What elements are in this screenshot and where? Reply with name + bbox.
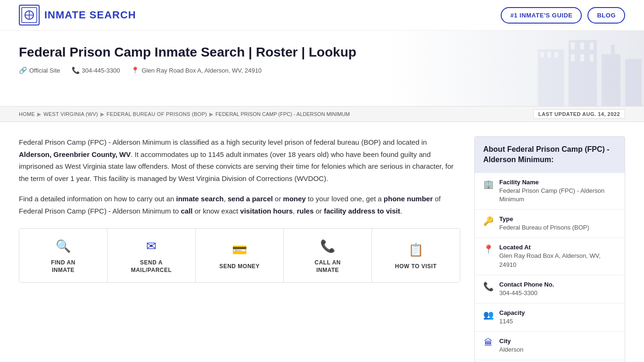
svg-rect-5 xyxy=(569,40,597,106)
type-label: Type xyxy=(499,215,589,222)
located-at-value: Glen Ray Road Box A, Alderson, WV, 24910 xyxy=(499,252,616,269)
located-at-label: Located At xyxy=(499,244,616,251)
action-call-inmate[interactable]: 📞 CALL ANINMATE xyxy=(284,229,372,282)
sidebar-type: 🔑 Type Federal Bureau of Prisons (BOP) xyxy=(475,210,625,238)
description-para2: Find a detailed information on how to ca… xyxy=(19,193,460,217)
phone-icon: 📞 xyxy=(72,66,80,74)
official-site-meta: 🔗 Official Site xyxy=(19,66,60,74)
phone-number[interactable]: 304-445-3300 xyxy=(82,67,120,74)
action-cards: 🔍 FIND ANINMATE ✉ SEND AMAIL/PARCEL 💳 SE… xyxy=(19,228,460,283)
facility-name-label: Facility Name xyxy=(499,179,616,186)
svg-rect-9 xyxy=(580,42,584,49)
last-updated: LAST UPDATED AUG. 14, 2022 xyxy=(533,109,625,119)
action-send-mail[interactable]: ✉ SEND AMAIL/PARCEL xyxy=(107,229,196,282)
sidebar-box: About Federal Prison Camp (FPC) - Alders… xyxy=(474,136,625,362)
svg-rect-12 xyxy=(580,54,584,61)
blog-button[interactable]: BLOG xyxy=(587,7,625,24)
city-label: City xyxy=(499,337,523,345)
logo-icon xyxy=(19,5,40,25)
capacity-value: 1145 xyxy=(499,317,525,326)
sidebar-phone: 📞 Contact Phone No. 304-445-3300 xyxy=(475,275,625,304)
breadcrumb-sep-1: ▶ xyxy=(37,111,41,117)
call-inmate-label: CALL ANINMATE xyxy=(314,259,341,274)
logo-area: INMATE SEARCH xyxy=(19,5,136,25)
visit-icon: 📋 xyxy=(408,243,423,257)
phone-label: Contact Phone No. xyxy=(499,281,554,288)
type-value: Federal Bureau of Prisons (BOP) xyxy=(499,223,589,232)
svg-rect-17 xyxy=(547,52,551,58)
sidebar-zip: ✉ ZIP Code 24910 xyxy=(475,360,625,362)
breadcrumb-sep-2: ▶ xyxy=(100,111,104,117)
address-text: Glen Ray Road Box A, Alderson, WV, 24910 xyxy=(141,67,262,74)
money-icon: 💳 xyxy=(232,243,247,257)
breadcrumb-wv[interactable]: WEST VIRGINIA (WV) xyxy=(43,111,98,117)
find-inmate-label: FIND ANINMATE xyxy=(51,259,75,274)
svg-rect-6 xyxy=(602,54,620,106)
breadcrumb-sep-3: ▶ xyxy=(209,111,213,117)
svg-rect-11 xyxy=(571,54,575,61)
site-header: INMATE SEARCH #1 INMATE'S GUIDE BLOG xyxy=(0,0,644,31)
svg-rect-15 xyxy=(538,49,564,106)
action-how-to-visit[interactable]: 📋 HOW TO VISIT xyxy=(372,229,460,282)
svg-rect-16 xyxy=(540,52,544,58)
send-mail-label: SEND AMAIL/PARCEL xyxy=(131,259,172,274)
svg-rect-13 xyxy=(590,54,594,61)
type-icon: 🔑 xyxy=(483,216,494,226)
right-sidebar: About Federal Prison Camp (FPC) - Alders… xyxy=(474,136,625,362)
svg-rect-18 xyxy=(554,52,558,58)
svg-rect-8 xyxy=(571,42,575,49)
phone-sidebar-icon: 📞 xyxy=(483,281,494,292)
official-site-label[interactable]: Official Site xyxy=(29,67,60,74)
main-container: Federal Prison Camp (FPC) - Alderson Min… xyxy=(0,122,644,362)
action-find-inmate[interactable]: 🔍 FIND ANINMATE xyxy=(19,229,107,282)
sidebar-located-at: 📍 Located At Glen Ray Road Box A, Alders… xyxy=(475,238,625,275)
send-money-label: SEND MONEY xyxy=(219,263,260,271)
address-meta: 📍 Glen Ray Road Box A, Alderson, WV, 249… xyxy=(131,66,262,74)
svg-rect-10 xyxy=(590,42,594,49)
left-content: Federal Prison Camp (FPC) - Alderson Min… xyxy=(19,136,460,362)
sidebar-capacity: 👥 Capacity 1145 xyxy=(475,304,625,332)
call-icon: 📞 xyxy=(320,239,335,254)
logo-text: INMATE SEARCH xyxy=(44,9,136,21)
city-icon: 🏛 xyxy=(483,338,494,348)
hero-section: Federal Prison Camp Inmate Search | Rost… xyxy=(0,31,644,106)
location-pin-icon: 📍 xyxy=(483,244,494,255)
capacity-icon: 👥 xyxy=(483,310,494,320)
breadcrumb-home[interactable]: HOME xyxy=(19,111,35,117)
description-para1: Federal Prison Camp (FPC) - Alderson Min… xyxy=(19,136,460,184)
svg-rect-7 xyxy=(611,45,615,54)
link-icon: 🔗 xyxy=(19,66,27,74)
city-value: Alderson xyxy=(499,346,523,354)
sidebar-header: About Federal Prison Camp (FPC) - Alders… xyxy=(475,137,625,173)
phone-value: 304-445-3300 xyxy=(499,289,554,297)
breadcrumb-current: FEDERAL PRISON CAMP (FPC) - ALDERSON MIN… xyxy=(215,111,533,117)
how-to-visit-label: HOW TO VISIT xyxy=(395,263,437,271)
phone-meta: 📞 304-445-3300 xyxy=(72,66,120,74)
search-icon: 🔍 xyxy=(56,239,71,254)
page-title: Federal Prison Camp Inmate Search | Rost… xyxy=(19,45,387,60)
mail-icon: ✉ xyxy=(146,239,157,254)
hero-bg xyxy=(465,31,644,106)
sidebar-facility-name: 🏢 Facility Name Federal Prison Camp (FPC… xyxy=(475,173,625,210)
facility-icon: 🏢 xyxy=(483,179,494,189)
sidebar-city: 🏛 City Alderson xyxy=(475,332,625,360)
capacity-label: Capacity xyxy=(499,309,525,316)
action-send-money[interactable]: 💳 SEND MONEY xyxy=(196,229,284,282)
guide-button[interactable]: #1 INMATE'S GUIDE xyxy=(501,7,582,24)
header-nav: #1 INMATE'S GUIDE BLOG xyxy=(501,7,625,24)
location-icon: 📍 xyxy=(131,66,139,74)
svg-rect-14 xyxy=(625,59,642,106)
facility-name-value: Federal Prison Camp (FPC) - Alderson Min… xyxy=(499,187,616,204)
breadcrumb-bop[interactable]: FEDERAL BUREAU OF PRISONS (BOP) xyxy=(107,111,207,117)
breadcrumb: HOME ▶ WEST VIRGINIA (WV) ▶ FEDERAL BURE… xyxy=(0,106,644,122)
